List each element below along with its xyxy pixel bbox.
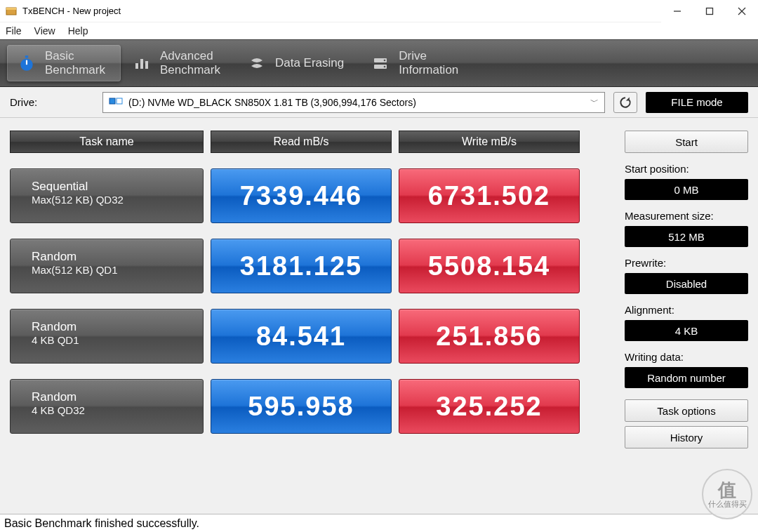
header-task: Task name [10,131,204,153]
write-value[interactable]: 325.252 [399,379,580,434]
drive-row: Drive: (D:) NVMe WD_BLACK SN850X 1.81 TB… [0,87,758,118]
menu-view[interactable]: View [34,25,55,36]
watermark-text: 什么值得买 [708,500,747,508]
svg-rect-9 [135,63,138,69]
writing-data-label: Writing data: [625,351,748,363]
task-title: Random [32,249,203,264]
watermark-badge: 值 什么值得买 [702,469,752,519]
titlebar: TxBENCH - New project [0,0,758,22]
tab-label: Data Erasing [275,56,344,70]
tab-advanced-benchmark[interactable]: AdvancedBenchmark [122,45,236,81]
alignment-value[interactable]: 4 KB [625,320,748,341]
refresh-button[interactable] [613,92,637,113]
history-button[interactable]: History [625,426,748,448]
svg-point-15 [384,66,386,68]
header-write: Write mB/s [399,131,580,153]
menubar: File View Help [0,22,758,39]
tab-label: AdvancedBenchmark [160,49,220,77]
erase-icon [247,53,267,73]
table-row: Sequential Max(512 KB) QD32 7339.446 673… [10,168,612,223]
status-text: Basic Benchmark finished successfully. [4,517,199,530]
svg-rect-11 [145,61,148,69]
task-title: Random [32,390,203,404]
watermark-char: 值 [718,480,736,500]
prewrite-label: Prewrite: [625,257,748,269]
maximize-button[interactable] [693,0,726,22]
svg-rect-17 [117,98,122,104]
start-button[interactable]: Start [625,131,748,153]
read-value[interactable]: 7339.446 [211,168,392,223]
chevron-down-icon: ﹀ [590,96,599,108]
svg-rect-1 [6,8,16,10]
start-position-value[interactable]: 0 MB [625,179,748,200]
alignment-label: Alignment: [625,304,748,316]
app-icon [6,6,17,17]
svg-rect-16 [109,98,115,104]
menu-help[interactable]: Help [68,25,88,36]
task-sub: 4 KB QD1 [32,334,203,347]
drive-label: Drive: [10,96,94,108]
read-value[interactable]: 595.958 [211,379,392,434]
sidebar: Start Start position: 0 MB Measurement s… [625,131,748,510]
window-title: TxBENCH - New project [22,6,661,16]
barchart-icon [132,53,152,73]
header-read: Read mB/s [211,131,392,153]
results-header-row: Task name Read mB/s Write mB/s [10,131,612,153]
main-area: Task name Read mB/s Write mB/s Sequentia… [0,118,758,514]
tab-drive-information[interactable]: DriveInformation [361,45,474,81]
drive-selected-text: (D:) NVMe WD_BLACK SN850X 1.81 TB (3,906… [128,97,416,108]
tab-basic-benchmark[interactable]: BasicBenchmark [7,45,121,81]
table-row: Random 4 KB QD32 595.958 325.252 [10,379,612,434]
minimize-button[interactable] [661,0,693,22]
write-value[interactable]: 251.856 [399,309,580,364]
task-sub: 4 KB QD32 [32,404,203,418]
task-cell[interactable]: Sequential Max(512 KB) QD32 [10,168,204,223]
close-button[interactable] [726,0,758,22]
tab-label: BasicBenchmark [45,49,105,77]
tab-label: DriveInformation [399,49,458,77]
prewrite-value[interactable]: Disabled [625,273,748,294]
task-cell[interactable]: Random 4 KB QD32 [10,379,204,434]
menu-file[interactable]: File [6,25,22,36]
task-cell[interactable]: Random Max(512 KB) QD1 [10,239,204,293]
read-value[interactable]: 84.541 [211,309,392,364]
task-title: Random [32,319,203,334]
measurement-size-label: Measurement size: [625,210,748,222]
svg-point-14 [384,60,386,62]
results-table: Task name Read mB/s Write mB/s Sequentia… [10,131,612,510]
write-value[interactable]: 6731.502 [399,168,580,223]
drive-icon [109,96,123,108]
table-row: Random 4 KB QD1 84.541 251.856 [10,309,612,364]
drive-select[interactable]: (D:) NVMe WD_BLACK SN850X 1.81 TB (3,906… [102,92,605,113]
tabstrip: BasicBenchmark AdvancedBenchmark Data Er… [0,39,758,87]
tab-data-erasing[interactable]: Data Erasing [237,45,359,81]
task-options-button[interactable]: Task options [625,399,748,422]
task-sub: Max(512 KB) QD32 [32,194,203,207]
table-row: Random Max(512 KB) QD1 3181.125 5508.154 [10,239,612,293]
task-cell[interactable]: Random 4 KB QD1 [10,309,204,364]
drive-icon [371,53,390,73]
status-bar: Basic Benchmark finished successfully. [0,514,758,532]
start-position-label: Start position: [625,163,748,175]
measurement-size-value[interactable]: 512 MB [625,226,748,247]
task-title: Sequential [32,179,203,194]
svg-rect-7 [25,55,28,58]
read-value[interactable]: 3181.125 [211,239,392,293]
svg-rect-3 [707,8,713,14]
writing-data-value[interactable]: Random number [625,367,748,388]
task-sub: Max(512 KB) QD1 [32,264,203,277]
file-mode-button[interactable]: FILE mode [646,92,748,113]
write-value[interactable]: 5508.154 [399,239,580,293]
svg-rect-10 [140,59,143,69]
stopwatch-icon [17,53,36,73]
